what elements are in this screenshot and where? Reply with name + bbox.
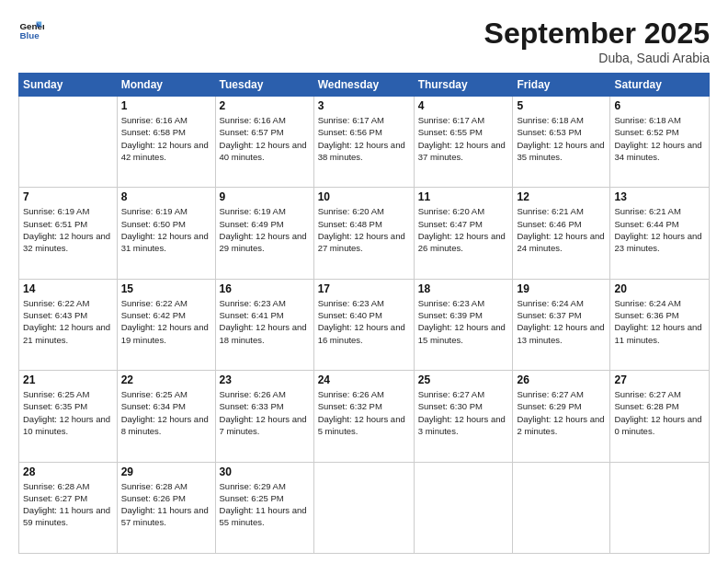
day-number: 5 <box>517 99 606 112</box>
subtitle: Duba, Saudi Arabia <box>484 51 710 65</box>
calendar-week-row: 14Sunrise: 6:22 AM Sunset: 6:43 PM Dayli… <box>19 279 710 370</box>
calendar-week-row: 28Sunrise: 6:28 AM Sunset: 6:27 PM Dayli… <box>19 462 710 553</box>
calendar-cell: 19Sunrise: 6:24 AM Sunset: 6:37 PM Dayli… <box>513 279 610 370</box>
calendar-cell: 13Sunrise: 6:21 AM Sunset: 6:44 PM Dayli… <box>610 188 710 279</box>
page: General Blue September 2025 Duba, Saudi … <box>0 0 728 563</box>
day-number: 18 <box>418 282 509 295</box>
day-number: 14 <box>23 282 113 295</box>
logo-icon: General Blue <box>18 17 44 42</box>
day-number: 24 <box>318 373 410 386</box>
day-info: Sunrise: 6:20 AM Sunset: 6:47 PM Dayligh… <box>418 205 509 254</box>
day-number: 30 <box>220 465 310 478</box>
day-number: 3 <box>318 99 410 112</box>
calendar-cell: 27Sunrise: 6:27 AM Sunset: 6:28 PM Dayli… <box>610 371 710 462</box>
calendar-cell <box>19 97 118 188</box>
day-info: Sunrise: 6:25 AM Sunset: 6:34 PM Dayligh… <box>121 388 211 437</box>
day-number: 20 <box>614 282 705 295</box>
day-info: Sunrise: 6:20 AM Sunset: 6:48 PM Dayligh… <box>318 205 410 254</box>
day-of-week-saturday: Saturday <box>610 74 710 97</box>
calendar-cell <box>313 462 414 553</box>
calendar-cell: 8Sunrise: 6:19 AM Sunset: 6:50 PM Daylig… <box>117 188 215 279</box>
calendar-cell: 20Sunrise: 6:24 AM Sunset: 6:36 PM Dayli… <box>610 279 710 370</box>
calendar-cell: 18Sunrise: 6:23 AM Sunset: 6:39 PM Dayli… <box>414 279 513 370</box>
day-info: Sunrise: 6:28 AM Sunset: 6:27 PM Dayligh… <box>23 480 113 529</box>
day-info: Sunrise: 6:27 AM Sunset: 6:30 PM Dayligh… <box>418 388 509 437</box>
day-number: 12 <box>517 190 606 203</box>
title-block: September 2025 Duba, Saudi Arabia <box>484 17 710 65</box>
calendar-cell: 24Sunrise: 6:26 AM Sunset: 6:32 PM Dayli… <box>313 371 414 462</box>
day-info: Sunrise: 6:22 AM Sunset: 6:43 PM Dayligh… <box>23 297 113 346</box>
day-of-week-friday: Friday <box>513 74 610 97</box>
day-info: Sunrise: 6:22 AM Sunset: 6:42 PM Dayligh… <box>121 297 211 346</box>
calendar-cell: 17Sunrise: 6:23 AM Sunset: 6:40 PM Dayli… <box>313 279 414 370</box>
calendar-cell: 6Sunrise: 6:18 AM Sunset: 6:52 PM Daylig… <box>610 97 710 188</box>
day-info: Sunrise: 6:27 AM Sunset: 6:29 PM Dayligh… <box>517 388 606 437</box>
day-number: 21 <box>23 373 113 386</box>
calendar-cell <box>414 462 513 553</box>
day-info: Sunrise: 6:16 AM Sunset: 6:58 PM Dayligh… <box>121 114 211 163</box>
day-number: 23 <box>220 373 310 386</box>
calendar-cell: 21Sunrise: 6:25 AM Sunset: 6:35 PM Dayli… <box>19 371 118 462</box>
calendar: SundayMondayTuesdayWednesdayThursdayFrid… <box>18 73 710 554</box>
calendar-cell: 14Sunrise: 6:22 AM Sunset: 6:43 PM Dayli… <box>19 279 118 370</box>
day-info: Sunrise: 6:17 AM Sunset: 6:55 PM Dayligh… <box>418 114 509 163</box>
calendar-cell: 30Sunrise: 6:29 AM Sunset: 6:25 PM Dayli… <box>215 462 313 553</box>
calendar-cell: 22Sunrise: 6:25 AM Sunset: 6:34 PM Dayli… <box>117 371 215 462</box>
calendar-cell: 23Sunrise: 6:26 AM Sunset: 6:33 PM Dayli… <box>215 371 313 462</box>
calendar-cell: 9Sunrise: 6:19 AM Sunset: 6:49 PM Daylig… <box>215 188 313 279</box>
day-info: Sunrise: 6:29 AM Sunset: 6:25 PM Dayligh… <box>220 480 310 529</box>
calendar-cell: 1Sunrise: 6:16 AM Sunset: 6:58 PM Daylig… <box>117 97 215 188</box>
day-of-week-wednesday: Wednesday <box>313 74 414 97</box>
calendar-cell: 15Sunrise: 6:22 AM Sunset: 6:42 PM Dayli… <box>117 279 215 370</box>
calendar-week-row: 1Sunrise: 6:16 AM Sunset: 6:58 PM Daylig… <box>19 97 710 188</box>
day-of-week-tuesday: Tuesday <box>215 74 313 97</box>
day-info: Sunrise: 6:18 AM Sunset: 6:53 PM Dayligh… <box>517 114 606 163</box>
calendar-cell: 12Sunrise: 6:21 AM Sunset: 6:46 PM Dayli… <box>513 188 610 279</box>
day-of-week-sunday: Sunday <box>19 74 118 97</box>
calendar-cell: 29Sunrise: 6:28 AM Sunset: 6:26 PM Dayli… <box>117 462 215 553</box>
month-title: September 2025 <box>484 17 710 51</box>
day-number: 28 <box>23 465 113 478</box>
calendar-cell: 3Sunrise: 6:17 AM Sunset: 6:56 PM Daylig… <box>313 97 414 188</box>
calendar-week-row: 7Sunrise: 6:19 AM Sunset: 6:51 PM Daylig… <box>19 188 710 279</box>
day-info: Sunrise: 6:19 AM Sunset: 6:49 PM Dayligh… <box>220 205 310 254</box>
calendar-cell <box>610 462 710 553</box>
day-info: Sunrise: 6:26 AM Sunset: 6:33 PM Dayligh… <box>220 388 310 437</box>
day-number: 8 <box>121 190 211 203</box>
day-number: 9 <box>220 190 310 203</box>
day-number: 6 <box>614 99 705 112</box>
calendar-cell: 25Sunrise: 6:27 AM Sunset: 6:30 PM Dayli… <box>414 371 513 462</box>
calendar-cell: 16Sunrise: 6:23 AM Sunset: 6:41 PM Dayli… <box>215 279 313 370</box>
calendar-cell: 28Sunrise: 6:28 AM Sunset: 6:27 PM Dayli… <box>19 462 118 553</box>
day-number: 17 <box>318 282 410 295</box>
day-number: 2 <box>220 99 310 112</box>
logo: General Blue <box>18 17 44 42</box>
day-info: Sunrise: 6:27 AM Sunset: 6:28 PM Dayligh… <box>614 388 705 437</box>
day-info: Sunrise: 6:24 AM Sunset: 6:37 PM Dayligh… <box>517 297 606 346</box>
day-info: Sunrise: 6:21 AM Sunset: 6:44 PM Dayligh… <box>614 205 705 254</box>
day-number: 16 <box>220 282 310 295</box>
header: General Blue September 2025 Duba, Saudi … <box>18 17 710 65</box>
calendar-week-row: 21Sunrise: 6:25 AM Sunset: 6:35 PM Dayli… <box>19 371 710 462</box>
calendar-cell: 7Sunrise: 6:19 AM Sunset: 6:51 PM Daylig… <box>19 188 118 279</box>
calendar-cell: 5Sunrise: 6:18 AM Sunset: 6:53 PM Daylig… <box>513 97 610 188</box>
day-info: Sunrise: 6:25 AM Sunset: 6:35 PM Dayligh… <box>23 388 113 437</box>
day-info: Sunrise: 6:23 AM Sunset: 6:39 PM Dayligh… <box>418 297 509 346</box>
day-info: Sunrise: 6:24 AM Sunset: 6:36 PM Dayligh… <box>614 297 705 346</box>
day-info: Sunrise: 6:19 AM Sunset: 6:51 PM Dayligh… <box>23 205 113 254</box>
day-info: Sunrise: 6:17 AM Sunset: 6:56 PM Dayligh… <box>318 114 410 163</box>
day-number: 26 <box>517 373 606 386</box>
day-number: 4 <box>418 99 509 112</box>
day-number: 13 <box>614 190 705 203</box>
day-number: 27 <box>614 373 705 386</box>
day-number: 29 <box>121 465 211 478</box>
day-info: Sunrise: 6:19 AM Sunset: 6:50 PM Dayligh… <box>121 205 211 254</box>
day-number: 1 <box>121 99 211 112</box>
svg-text:Blue: Blue <box>19 30 40 40</box>
day-info: Sunrise: 6:28 AM Sunset: 6:26 PM Dayligh… <box>121 480 211 529</box>
calendar-cell: 26Sunrise: 6:27 AM Sunset: 6:29 PM Dayli… <box>513 371 610 462</box>
day-number: 19 <box>517 282 606 295</box>
day-info: Sunrise: 6:23 AM Sunset: 6:40 PM Dayligh… <box>318 297 410 346</box>
calendar-cell: 10Sunrise: 6:20 AM Sunset: 6:48 PM Dayli… <box>313 188 414 279</box>
day-number: 10 <box>318 190 410 203</box>
